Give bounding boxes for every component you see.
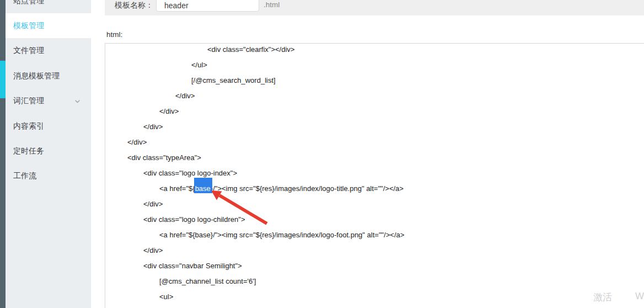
sidebar-item-6[interactable]: 定时任务 — [6, 139, 91, 163]
code-line: <div class="logo logo-index"> — [111, 166, 644, 181]
code-lines: <div class="clearfix"></div> </ul> [/@cm… — [105, 43, 644, 305]
chevron-down-icon — [74, 98, 81, 105]
code-line: </div> — [111, 104, 644, 119]
sidebar-item-label: 站点管理 — [13, 0, 84, 6]
sidebar-item-5[interactable]: 内容索引 — [6, 114, 91, 139]
sidebar-item-3[interactable]: 消息模板管理 — [6, 63, 91, 88]
template-name-input[interactable] — [156, 0, 259, 12]
sidebar-item-7[interactable]: 工作流 — [6, 164, 91, 189]
sidebar-item-label: 工作流 — [13, 171, 84, 181]
code-line: <a href="${base}/"><img src="${res}/imag… — [111, 181, 644, 197]
sidebar-item-label: 文件管理 — [13, 46, 84, 56]
sidebar-item-label: 定时任务 — [13, 146, 84, 156]
sidebar-item-2[interactable]: 文件管理 — [6, 39, 91, 63]
sidebar-item-1[interactable]: 模板管理 — [6, 13, 91, 38]
html-field-label: html: — [106, 30, 122, 39]
code-line: </div> — [111, 135, 644, 150]
selected-text: base — [195, 184, 211, 193]
main-content: 模板名称： .html html: <div class="clearfix">… — [91, 0, 644, 308]
activate-watermark: 激活 — [593, 291, 612, 304]
sidebar-item-4[interactable]: 词汇管理 — [6, 89, 91, 114]
code-line: <div class="typeArea"> — [111, 150, 644, 166]
sidebar-item-label: 词汇管理 — [13, 96, 74, 106]
sidebar-scrollbar-track — [0, 0, 6, 308]
code-line: <div class="clearfix"></div> — [111, 43, 644, 57]
code-line: <div class="logo logo-children"> — [111, 212, 644, 227]
code-line: </div> — [111, 243, 644, 258]
sidebar-item-label: 模板管理 — [13, 21, 84, 31]
code-line: <a href="${base}/"><img src="${res}/imag… — [111, 227, 644, 243]
template-name-bar: 模板名称： .html — [105, 0, 644, 15]
sidebar: 站点管理模板管理文件管理消息模板管理词汇管理内容索引定时任务工作流 — [6, 0, 91, 308]
code-line: [@cms_channel_list count='6'] — [111, 274, 644, 289]
code-line: <div class="navbar Semilight"> — [111, 258, 644, 274]
code-line: </ul> — [111, 57, 644, 73]
template-code-editor[interactable]: <div class="clearfix"></div> </ul> [/@cm… — [105, 43, 644, 308]
code-line: [/@cms_search_word_list] — [111, 73, 644, 88]
sidebar-item-label: 消息模板管理 — [13, 71, 84, 81]
sidebar-scrollbar-thumb[interactable] — [0, 61, 6, 98]
code-line: <ul> — [111, 289, 644, 305]
sidebar-item-0[interactable]: 站点管理 — [6, 0, 91, 13]
code-line: </div> — [111, 119, 644, 135]
code-line: </div> — [111, 197, 644, 212]
activate-watermark-cut: W — [635, 291, 644, 302]
sidebar-item-label: 内容索引 — [13, 121, 84, 131]
code-line: </div> — [111, 88, 644, 104]
template-name-label: 模板名称： — [115, 1, 153, 10]
template-name-suffix: .html — [264, 1, 280, 9]
